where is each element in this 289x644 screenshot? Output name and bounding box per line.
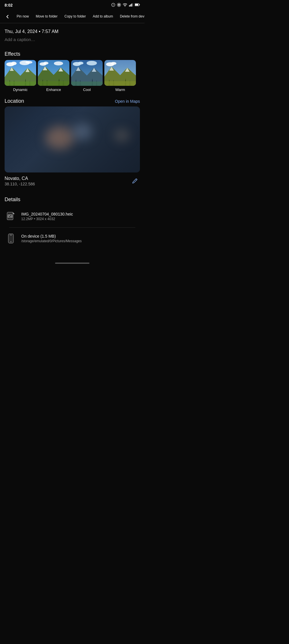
phone-icon xyxy=(5,232,17,245)
svg-point-13 xyxy=(11,62,17,65)
effects-section: Effects xyxy=(0,46,144,96)
image-file-icon xyxy=(5,210,17,223)
map-blur-1 xyxy=(45,126,74,149)
map-blur-3 xyxy=(115,130,129,141)
file-detail-text: IMG_20240704_080130.heic 12.2MP • 3024 x… xyxy=(21,212,73,221)
location-coords: 38.110, -122.586 xyxy=(5,182,35,186)
status-icons xyxy=(111,3,140,8)
effect-warm-label: Warm xyxy=(115,88,125,92)
map-blur-2 xyxy=(72,123,92,140)
effect-dynamic-label: Dynamic xyxy=(13,88,28,92)
effects-title: Effects xyxy=(0,46,144,60)
location-name: Novato, CA xyxy=(5,176,35,181)
home-indicator xyxy=(55,263,89,264)
svg-rect-10 xyxy=(139,4,140,5)
effect-warm[interactable]: Warm xyxy=(104,60,136,92)
svg-point-39 xyxy=(87,61,97,65)
toolbar-item-move-to-folder[interactable]: Move to folder xyxy=(33,13,60,20)
svg-rect-5 xyxy=(130,4,131,6)
details-section: Details IMG_20240704_080130.heic 12.2MP … xyxy=(0,187,144,249)
effect-cool-label: Cool xyxy=(83,88,91,92)
toolbar-item-add-to-album[interactable]: Add to album xyxy=(90,13,116,20)
svg-rect-6 xyxy=(131,3,132,6)
toolbar: Pin now Move to folder Copy to folder Ad… xyxy=(0,10,144,23)
svg-point-50 xyxy=(111,62,116,65)
wifi-icon xyxy=(123,3,127,8)
storage-path: /storage/emulated/0/Pictures/Messages xyxy=(21,239,82,243)
svg-point-1 xyxy=(118,4,120,6)
file-info: 12.2MP • 3024 x 4032 xyxy=(21,217,73,221)
svg-rect-58 xyxy=(104,81,136,86)
effect-dynamic-thumb xyxy=(5,60,36,86)
location-info: Novato, CA 38.110, -122.586 xyxy=(0,172,144,187)
svg-rect-66 xyxy=(10,235,12,235)
svg-point-26 xyxy=(43,62,48,65)
caption-input[interactable]: Add a caption… xyxy=(5,37,140,44)
bottom-nav-bar xyxy=(0,261,144,268)
effect-enhance-thumb xyxy=(38,60,69,86)
toolbar-item-copy-to-folder[interactable]: Copy to folder xyxy=(62,13,89,20)
date-section: Thu, Jul 4, 2024 • 7:57 AM Add a caption… xyxy=(0,23,144,46)
map-container[interactable] xyxy=(5,106,140,172)
location-title: Location xyxy=(5,98,24,104)
effect-cool-thumb xyxy=(71,60,103,86)
toolbar-item-pin-now[interactable]: Pin now xyxy=(14,13,32,20)
svg-point-38 xyxy=(78,62,83,65)
storage-detail-text: On device (1.5 MB) /storage/emulated/0/P… xyxy=(21,234,82,243)
effect-cool[interactable]: Cool xyxy=(71,60,103,92)
screen-record-icon xyxy=(117,3,121,8)
svg-point-62 xyxy=(9,216,10,216)
open-in-maps-button[interactable]: Open in Maps xyxy=(115,99,140,104)
file-name: IMG_20240704_080130.heic xyxy=(21,212,73,216)
location-header: Location Open in Maps xyxy=(0,96,144,106)
effect-enhance[interactable]: Enhance xyxy=(38,60,69,92)
effects-row: Dynamic xyxy=(0,60,144,96)
svg-rect-9 xyxy=(135,4,138,5)
svg-rect-7 xyxy=(132,3,133,6)
effect-dynamic[interactable]: Dynamic xyxy=(5,60,36,92)
location-edit-button[interactable] xyxy=(130,176,140,186)
svg-rect-23 xyxy=(5,82,36,86)
signal-icon xyxy=(129,3,133,8)
svg-point-27 xyxy=(54,61,63,65)
details-title: Details xyxy=(5,192,140,205)
detail-storage: On device (1.5 MB) /storage/emulated/0/P… xyxy=(5,228,140,249)
status-bar: 8:02 xyxy=(0,0,144,10)
svg-point-15 xyxy=(26,61,32,64)
location-text: Novato, CA 38.110, -122.586 xyxy=(5,176,35,186)
svg-point-3 xyxy=(125,6,125,7)
effect-enhance-label: Enhance xyxy=(46,88,61,92)
location-section: Location Open in Maps Novato, CA 38.110,… xyxy=(0,96,144,187)
effect-warm-thumb xyxy=(104,60,136,86)
svg-rect-47 xyxy=(71,82,103,86)
svg-rect-4 xyxy=(129,5,130,6)
battery-icon xyxy=(135,3,140,7)
toolbar-item-delete-from-device[interactable]: Delete from device xyxy=(117,13,144,20)
detail-file: IMG_20240704_080130.heic 12.2MP • 3024 x… xyxy=(5,205,140,227)
status-time: 8:02 xyxy=(5,3,13,7)
photo-date: Thu, Jul 4, 2024 • 7:57 AM xyxy=(5,29,140,34)
svg-rect-35 xyxy=(38,81,69,86)
back-button[interactable] xyxy=(2,11,13,22)
svg-point-65 xyxy=(11,241,11,242)
storage-location: On device (1.5 MB) xyxy=(21,234,82,238)
check-circle-icon xyxy=(111,3,115,8)
